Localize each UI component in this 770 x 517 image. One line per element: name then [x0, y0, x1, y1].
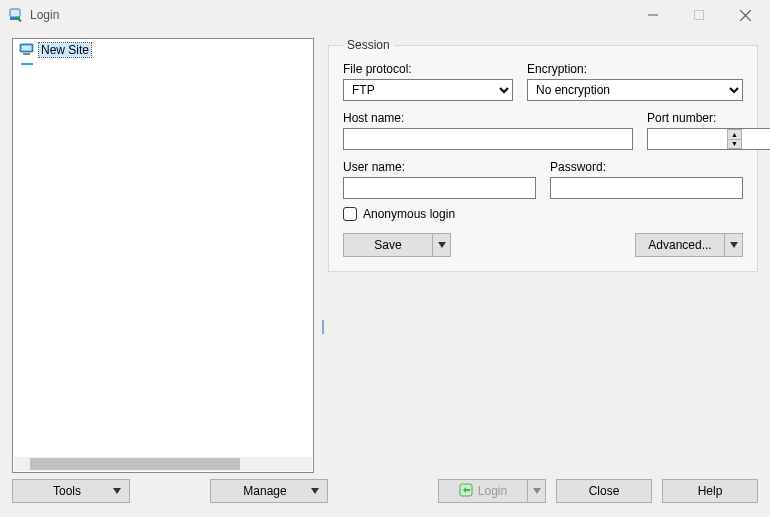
- chevron-down-icon: [113, 486, 121, 496]
- login-icon: [459, 483, 473, 500]
- session-group: Session File protocol: FTP Encryption: N…: [328, 38, 758, 272]
- close-window-button[interactable]: [722, 0, 768, 30]
- save-split-button: Save: [343, 233, 451, 257]
- advanced-button-dropdown[interactable]: [725, 233, 743, 257]
- username-label: User name:: [343, 160, 536, 174]
- port-label: Port number:: [647, 111, 743, 125]
- login-button[interactable]: Login: [438, 479, 528, 503]
- svg-rect-8: [23, 53, 30, 55]
- help-button[interactable]: Help: [662, 479, 758, 503]
- decorative-bar: [21, 63, 33, 65]
- maximize-button[interactable]: [676, 0, 722, 30]
- login-button-dropdown[interactable]: [528, 479, 546, 503]
- tools-button-label: Tools: [21, 484, 113, 498]
- login-split-button: Login: [438, 479, 546, 503]
- chevron-down-icon: [311, 486, 319, 496]
- window-title: Login: [30, 8, 59, 22]
- hostname-input[interactable]: [343, 128, 633, 150]
- site-item[interactable]: New Site: [15, 41, 311, 59]
- title-bar: Login: [0, 0, 770, 30]
- site-item-label: New Site: [39, 43, 91, 57]
- footer-bar: Tools Manage Login: [0, 473, 770, 517]
- svg-rect-0: [10, 9, 20, 17]
- login-button-label: Login: [478, 484, 507, 498]
- encryption-label: Encryption:: [527, 62, 743, 76]
- manage-button-label: Manage: [219, 484, 311, 498]
- manage-button[interactable]: Manage: [210, 479, 328, 503]
- hostname-label: Host name:: [343, 111, 633, 125]
- advanced-split-button: Advanced...: [635, 233, 743, 257]
- horizontal-scrollbar[interactable]: [14, 457, 312, 471]
- file-protocol-label: File protocol:: [343, 62, 513, 76]
- save-button[interactable]: Save: [343, 233, 433, 257]
- sites-list[interactable]: New Site: [12, 38, 314, 473]
- password-input[interactable]: [550, 177, 743, 199]
- port-input[interactable]: [647, 128, 770, 150]
- save-button-dropdown[interactable]: [433, 233, 451, 257]
- svg-rect-3: [695, 11, 704, 20]
- help-button-label: Help: [698, 484, 723, 498]
- anonymous-checkbox[interactable]: [343, 207, 357, 221]
- close-button-label: Close: [589, 484, 620, 498]
- minimize-button[interactable]: [630, 0, 676, 30]
- password-label: Password:: [550, 160, 743, 174]
- horizontal-scrollbar-thumb[interactable]: [30, 458, 240, 470]
- app-icon: [8, 7, 24, 23]
- username-input[interactable]: [343, 177, 536, 199]
- svg-rect-7: [22, 46, 32, 51]
- file-protocol-select[interactable]: FTP: [343, 79, 513, 101]
- advanced-button[interactable]: Advanced...: [635, 233, 725, 257]
- close-button[interactable]: Close: [556, 479, 652, 503]
- splitter-grip[interactable]: [322, 320, 324, 334]
- session-legend: Session: [343, 38, 394, 52]
- encryption-select[interactable]: No encryption: [527, 79, 743, 101]
- tools-button[interactable]: Tools: [12, 479, 130, 503]
- anonymous-label: Anonymous login: [363, 207, 455, 221]
- computer-icon: [19, 42, 35, 58]
- port-step-down[interactable]: ▼: [727, 140, 742, 150]
- port-step-up[interactable]: ▲: [727, 129, 742, 140]
